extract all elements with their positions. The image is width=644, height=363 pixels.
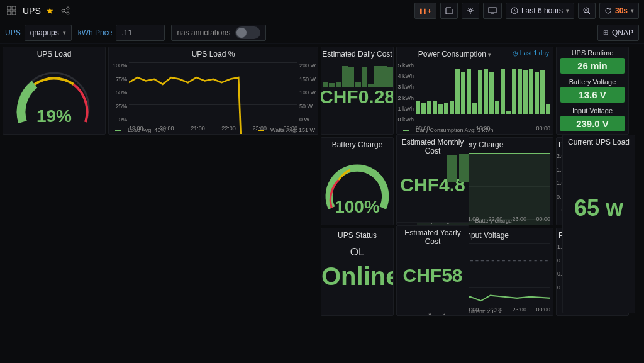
svg-line-14 [588, 12, 590, 14]
svg-point-5 [67, 7, 69, 9]
annotation-toggle[interactable]: nas annotations [171, 25, 266, 41]
variable-bar: UPS qnapups ▾ kWh Price nas annotations … [0, 21, 644, 44]
panel-yearly-cost-fix[interactable]: Estimated Yearly Cost CHF58 [396, 225, 469, 313]
star-icon[interactable]: ★ [46, 6, 54, 16]
save-button[interactable] [440, 3, 458, 19]
row-qnap[interactable]: ⊞QNAP [597, 25, 639, 41]
clock-range-link[interactable]: ◷ Last 1 day [513, 50, 553, 57]
var-input-kwh[interactable] [116, 25, 165, 41]
panel-daily-cost[interactable]: Estimated Daily Cost CHF0.28 [321, 47, 394, 135]
share-icon[interactable] [59, 4, 72, 17]
topbar: UPS ★ ⫿⫿+ Last 6 hours ▾ 30s▾ [0, 0, 644, 21]
svg-point-9 [469, 9, 472, 12]
add-panel-button[interactable]: ⫿⫿+ [414, 3, 436, 19]
stat-input-v[interactable]: 239.0 V [560, 116, 625, 131]
timerange-picker[interactable]: Last 6 hours ▾ [506, 3, 574, 19]
switch-off-icon[interactable] [235, 26, 260, 39]
chevron-down-icon: ▾ [566, 8, 569, 14]
svg-rect-3 [12, 11, 16, 15]
settings-button[interactable] [462, 3, 479, 19]
svg-rect-1 [12, 6, 16, 10]
zoom-out-button[interactable] [578, 3, 596, 19]
panel-current-load-fix[interactable]: Current UPS Load 65 w [562, 135, 635, 313]
panel-battery-gauge[interactable]: Battery Charge 100% [321, 137, 394, 225]
panel-ups-load-gauge[interactable]: UPS Load 19% [3, 47, 106, 135]
refresh-button[interactable]: 30s▾ [599, 3, 639, 19]
panel-ups-status[interactable]: UPS Status OL Online [321, 228, 394, 316]
svg-rect-0 [7, 6, 11, 10]
monitor-button[interactable] [483, 3, 502, 19]
chevron-down-icon: ▾ [631, 8, 634, 14]
var-label-ups: UPS [5, 28, 21, 37]
svg-line-7 [64, 8, 67, 10]
svg-line-8 [64, 11, 67, 13]
var-label-kwh: kWh Price [78, 28, 113, 37]
var-select-ups[interactable]: qnapups ▾ [25, 25, 72, 41]
svg-rect-10 [489, 8, 496, 13]
svg-rect-2 [7, 11, 11, 15]
svg-point-6 [67, 12, 69, 14]
dashboard-title[interactable]: UPS [23, 6, 41, 16]
clock-icon [511, 7, 518, 14]
refresh-interval: 30s [615, 6, 628, 15]
panel-monthly-cost-fix[interactable]: Estimated Monthly Cost CHF4.8 [396, 135, 469, 223]
panel-stat-tiles: UPS Runtime 26 min Battery Voltage 13.6 … [556, 47, 629, 135]
panel-power-1d[interactable]: Power Consumption ▾◷ Last 1 day 5 kWh4 k… [396, 47, 553, 135]
panel-ups-load-chart[interactable]: UPS Load % 100%75%50%25%0% 200 W150 W100… [108, 47, 318, 135]
grid-icon[interactable] [5, 4, 18, 17]
timerange-label: Last 6 hours [521, 6, 563, 15]
stat-runtime[interactable]: 26 min [560, 58, 625, 74]
stat-batt-v[interactable]: 13.6 V [560, 87, 625, 103]
